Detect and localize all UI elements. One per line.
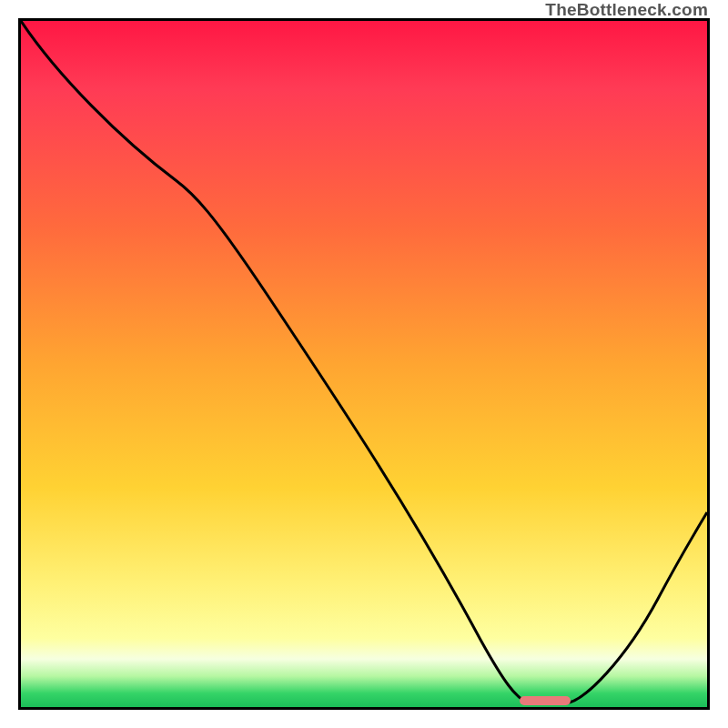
bottleneck-curve-path — [21, 21, 707, 703]
watermark-text: TheBottleneck.com — [545, 0, 708, 20]
plot-area — [18, 18, 710, 710]
bottleneck-curve-svg — [21, 21, 707, 707]
optimal-zone-marker — [520, 696, 571, 705]
chart-frame: TheBottleneck.com — [0, 0, 728, 728]
